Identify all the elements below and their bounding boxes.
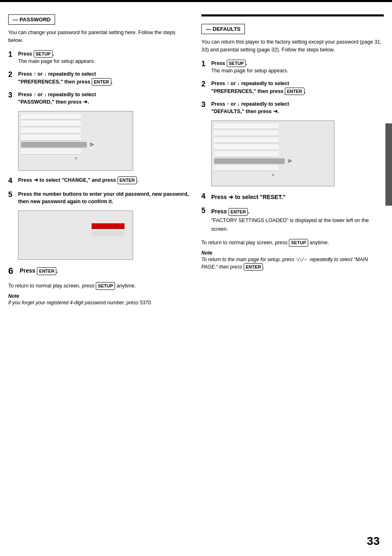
step-2-content: Press ↑ or ↓ repeatedly to select"PREFER… (18, 70, 113, 86)
step-4-defaults: 4 Press ➜ to select "RESET." (201, 192, 384, 202)
step-1-bold: Press SETUP. (18, 51, 54, 57)
defaults-step-num-4: 4 (201, 192, 209, 201)
step-3-password: 3 Press ↑ or ↓ repeatedly to select"PASS… (8, 91, 189, 107)
top-bar (201, 14, 384, 16)
step-6-bold: Press ENTER. (20, 267, 58, 274)
step-2-bold: Press ↑ or ↓ repeatedly to select"PREFER… (18, 71, 113, 85)
step-2-password: 2 Press ↑ or ↓ repeatedly to select"PREF… (8, 70, 189, 86)
enter-key-6: ENTER (37, 267, 56, 275)
step-1-password: 1 Press SETUP. The main page for setup a… (8, 50, 189, 66)
pw-field-1 (92, 223, 125, 229)
defaults-step-num-1: 1 (201, 60, 209, 69)
setup-key-return: SETUP (96, 282, 115, 290)
pw-input-area (92, 223, 125, 236)
defaults-step-num-5: 5 (201, 206, 209, 215)
defaults-step-num-2: 2 (201, 80, 209, 89)
left-column: — PASSWORD You can change your password … (8, 14, 189, 548)
step-3-bold: Press ↑ or ↓ repeatedly to select"PASSWO… (18, 92, 96, 105)
step-3-content: Press ↑ or ↓ repeatedly to select"PASSWO… (18, 91, 96, 107)
defaults-setup-key-1: SETUP (227, 60, 246, 67)
step-num-6: 6 (8, 266, 17, 276)
step-4-content: Press ➜ to select "CHANGE," and press EN… (18, 176, 138, 184)
step-5-bold: Press the number buttons to enter your o… (18, 191, 189, 205)
defaults-return-text: To return to normal play screen, press S… (201, 239, 384, 247)
step-num-4: 4 (8, 176, 16, 185)
defaults-step-5-sub: "FACTORY SETTINGS LOADED" is displayed a… (211, 218, 369, 232)
step-1-sub: The main page for setup appears. (18, 58, 95, 64)
pw-field-2 (92, 231, 125, 236)
defaults-enter-key-5: ENTER (228, 208, 248, 216)
step-5-content: Press the number buttons to enter your o… (18, 190, 189, 206)
step-6-content: Press ENTER. (20, 266, 58, 275)
defaults-step-4-bold: Press ➜ to select "RESET." (211, 194, 286, 200)
defaults-step-num-3: 3 (201, 100, 209, 109)
defaults-step-2-bold: Press ↑ or ↓ repeatedly to select"PREFER… (211, 81, 306, 94)
password-note-text: If you forget your registered 4-digit pa… (8, 299, 189, 306)
step-num-5: 5 (8, 190, 16, 199)
defaults-step-5-content: Press ENTER. "FACTORY SETTINGS LOADED" i… (211, 207, 384, 233)
defaults-enter-key-2: ENTER (285, 88, 304, 95)
defaults-step-3-bold: Press ↑ or ↓ repeatedly to select"DEFAUL… (211, 101, 289, 115)
page-number: 33 (367, 535, 380, 548)
defaults-step-5-bold: Press ENTER. (211, 208, 249, 215)
defaults-step-2-content: Press ↑ or ↓ repeatedly to select"PREFER… (211, 80, 306, 95)
step-num-1: 1 (8, 50, 16, 59)
right-sidebar-tab (385, 123, 392, 206)
defaults-step-3-content: Press ↑ or ↓ repeatedly to select"DEFAUL… (211, 100, 289, 116)
defaults-note-text: To return to the main page for setup, pr… (201, 256, 384, 271)
step-num-3: 3 (8, 91, 16, 100)
password-section-header: — PASSWORD (8, 14, 55, 25)
step-4-password: 4 Press ➜ to select "CHANGE," and press … (8, 176, 189, 185)
password-note-title: Note (8, 293, 189, 299)
step-num-2: 2 (8, 70, 16, 79)
step-3-defaults: 3 Press ↑ or ↓ repeatedly to select"DEFA… (201, 100, 384, 116)
password-return-text: To return to normal play screen, press S… (8, 282, 189, 290)
defaults-note: Note To return to the main page for setu… (201, 250, 384, 271)
right-column: — DEFAULTS You can return this player to… (201, 14, 384, 548)
password-note: Note If you forget your registered 4-dig… (8, 293, 189, 306)
defaults-step-1-bold: Press SETUP. (211, 60, 247, 66)
screen-mockup-password: ▷ ∨ (18, 111, 189, 171)
password-intro: You can change your password for parenta… (8, 29, 189, 44)
enter-key-4: ENTER (118, 176, 137, 184)
step-1-content: Press SETUP. The main page for setup app… (18, 50, 95, 66)
defaults-note-enter-key: ENTER (244, 263, 263, 271)
defaults-section-header: — DEFAULTS (201, 24, 245, 34)
step-4-bold: Press ➜ to select "CHANGE," and press EN… (18, 177, 138, 183)
password-entry-screen (18, 211, 189, 260)
defaults-screen-down-arrow: ∨ (214, 172, 332, 177)
step-1-defaults: 1 Press SETUP. The main page for setup a… (201, 60, 384, 75)
step-5-defaults: 5 Press ENTER. "FACTORY SETTINGS LOADED"… (201, 206, 384, 233)
defaults-step-1-sub: The main page for setup appears. (211, 68, 288, 74)
setup-key-1: SETUP (34, 50, 53, 58)
step-6-password: 6 Press ENTER. (8, 266, 189, 276)
screen-mockup-defaults: ▷ ∨ (211, 120, 384, 186)
top-border (0, 0, 392, 2)
step-5-password: 5 Press the number buttons to enter your… (8, 190, 189, 206)
defaults-step-1-content: Press SETUP. The main page for setup app… (211, 60, 288, 75)
screen-down-arrow: ∨ (21, 156, 130, 160)
enter-key-2: ENTER (92, 78, 111, 86)
defaults-step-4-content: Press ➜ to select "RESET." (211, 193, 286, 202)
step-2-defaults: 2 Press ↑ or ↓ repeatedly to select"PREF… (201, 80, 384, 95)
defaults-setup-key-return: SETUP (289, 239, 308, 247)
defaults-intro: You can return this player to the factor… (201, 38, 384, 54)
defaults-note-title: Note (201, 250, 384, 256)
